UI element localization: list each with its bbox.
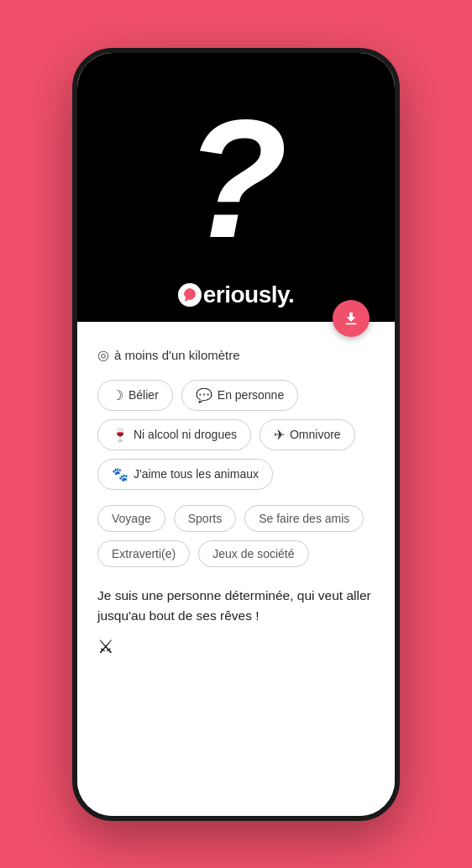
interest-sports-label: Sports: [188, 512, 222, 525]
location-text: à moins d'un kilomètre: [114, 348, 240, 362]
attribute-tags-section: ☽ Bélier 💬 En personne 🍷 Ni alcool ni dr…: [97, 380, 375, 490]
hero-section: ? eriously.: [77, 53, 395, 322]
tag-animals[interactable]: 🐾 J'aime tous les animaux: [97, 459, 273, 490]
moon-icon: ☽: [112, 387, 123, 403]
food-icon: ✈: [274, 427, 285, 443]
tag-meeting-label: En personne: [218, 388, 284, 402]
paw-icon: 🐾: [112, 466, 128, 482]
interest-friends-label: Se faire des amis: [259, 512, 349, 525]
interest-boardgames[interactable]: Jeux de société: [198, 540, 308, 567]
tag-diet[interactable]: ✈ Omnivore: [260, 419, 355, 450]
download-button[interactable]: [333, 300, 370, 337]
tag-zodiac[interactable]: ☽ Bélier: [97, 380, 173, 411]
swords-container: ⚔: [97, 636, 375, 658]
swords-icon: ⚔: [97, 636, 114, 658]
tag-substances-label: Ni alcool ni drogues: [134, 428, 237, 441]
brand-icon: [178, 283, 202, 307]
interest-voyage-label: Voyage: [112, 512, 151, 525]
no-drink-icon: 🍷: [112, 427, 128, 443]
tag-substances[interactable]: 🍷 Ni alcool ni drogues: [97, 419, 251, 450]
brand-name: eriously.: [178, 281, 295, 308]
phone-frame: ? eriously. ◎ à moins d'un kilomètr: [72, 48, 400, 821]
location-row: ◎ à moins d'un kilomètre: [97, 347, 375, 363]
interest-sports[interactable]: Sports: [174, 505, 236, 532]
tag-animals-label: J'aime tous les animaux: [134, 467, 259, 481]
tag-zodiac-label: Bélier: [128, 388, 159, 402]
location-icon: ◎: [97, 347, 109, 363]
interest-friends[interactable]: Se faire des amis: [244, 505, 364, 532]
question-mark: ?: [185, 95, 287, 263]
interest-extrovert-label: Extraverti(e): [112, 547, 176, 560]
profile-content: ◎ à moins d'un kilomètre ☽ Bélier 💬 En p…: [77, 322, 395, 816]
chat-icon: 💬: [196, 387, 212, 403]
brand-text: eriously.: [203, 281, 295, 308]
tag-meeting[interactable]: 💬 En personne: [181, 380, 298, 411]
interests-section: Voyage Sports Se faire des amis Extraver…: [97, 505, 375, 567]
bio-text: Je suis une personne déterminée, qui veu…: [97, 586, 375, 626]
tag-diet-label: Omnivore: [290, 428, 341, 441]
interest-boardgames-label: Jeux de société: [212, 547, 294, 560]
interest-extrovert[interactable]: Extraverti(e): [97, 540, 190, 567]
interest-voyage[interactable]: Voyage: [97, 505, 165, 532]
svg-rect-0: [346, 323, 357, 324]
